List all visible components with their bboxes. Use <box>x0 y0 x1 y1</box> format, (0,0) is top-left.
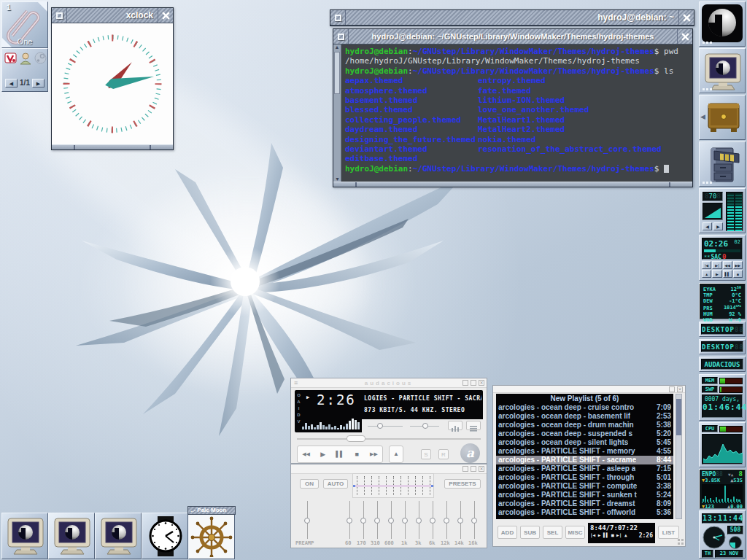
playlist-row[interactable]: arcologies - ocean deep - cruise contro7… <box>496 403 673 412</box>
scrollbar-thumb[interactable] <box>334 52 340 94</box>
close-button[interactable]: ✕ <box>479 466 484 472</box>
shade-button[interactable] <box>471 466 476 472</box>
eq-band-slider[interactable] <box>363 501 364 539</box>
scrollbar-thumb[interactable] <box>676 399 681 435</box>
eq-on-button[interactable]: ON <box>300 479 319 489</box>
player-time[interactable]: 2:26 <box>317 392 356 408</box>
tray-icon-user[interactable] <box>19 52 32 65</box>
balance-slider[interactable] <box>410 426 439 427</box>
mixer-volume-ramp[interactable] <box>703 203 723 220</box>
miniwindow-terminal-1[interactable] <box>1 513 48 559</box>
dock-tile-mixer[interactable]: 8708 ◀ ▶ <box>699 188 746 233</box>
eq-band-slider[interactable] <box>433 501 433 539</box>
player-titlebar[interactable]: ≡ audacious ✕ <box>291 378 487 388</box>
playlist-row[interactable]: arcologies - PARTICLE SHIFT - memory4:55 <box>496 447 673 456</box>
mixer-next-button[interactable]: ▶ <box>713 222 723 230</box>
playlist-row[interactable]: arcologies - PARTICLE SHIFT - offworld5:… <box>496 508 673 517</box>
miniwindow-palemoon[interactable]: ..- Pale Moon <box>188 513 235 559</box>
eq-band-slider[interactable] <box>446 501 447 539</box>
cd-track-next-button[interactable]: ▶| <box>712 261 721 269</box>
clip-next-arrow[interactable] <box>38 2 47 12</box>
cd-track-prev-button[interactable]: |◀ <box>702 261 711 269</box>
playlist-row[interactable]: arcologies - ocean deep - suspended s5:2… <box>496 429 673 438</box>
dock-tile-wmaker[interactable] <box>699 1 746 47</box>
playlist-misc-button[interactable]: MISC <box>565 526 585 539</box>
xclock-titlebar[interactable]: xclock <box>52 8 173 23</box>
miniaturize-button[interactable] <box>52 8 67 23</box>
playlist-row[interactable]: arcologies - PARTICLE SHIFT - asleep a7:… <box>496 464 673 473</box>
dock-tile-terminal[interactable] <box>699 48 746 93</box>
eq-band-slider[interactable] <box>405 501 406 539</box>
eq-band-slider[interactable] <box>474 501 475 539</box>
close-button[interactable]: ✕ <box>677 386 683 392</box>
eq-band-slider[interactable] <box>391 501 392 539</box>
dock-tile-desktop2[interactable]: DESKTOP88 <box>699 339 746 354</box>
cd-play-button[interactable]: ▶ <box>712 270 721 278</box>
playlist-toggle-button[interactable] <box>466 421 481 430</box>
volume-slider[interactable] <box>368 426 403 427</box>
eq-preamp-slider[interactable] <box>307 501 308 539</box>
playlist-titlebar[interactable]: ✕ <box>493 386 685 393</box>
playlist-row-selected[interactable]: arcologies - PARTICLE SHIFT - sacrame8:4… <box>496 456 673 464</box>
mixer-prev-button[interactable]: ◀ <box>703 222 712 230</box>
playlist-scrollbar[interactable] <box>676 394 682 519</box>
playlist-sel-button[interactable]: SEL <box>543 526 562 539</box>
terminal-output[interactable]: ▲ ▼ hydroJ@debian:~/GNUstep/Library/Wind… <box>333 44 692 182</box>
cd-pause-button[interactable]: ▌▌ <box>723 270 732 278</box>
shade-button[interactable] <box>471 380 476 386</box>
playlist-row[interactable]: arcologies - ocean deep - drum machin5:3… <box>496 421 673 429</box>
equalizer-toggle-button[interactable] <box>448 421 462 430</box>
dock-tile-cpu[interactable]: CPU <box>699 422 746 467</box>
pause-button[interactable]: ▌▌ <box>331 446 348 462</box>
dock-tile-filemanager[interactable] <box>699 141 746 187</box>
cd-eject-button[interactable]: ▲ <box>702 270 711 278</box>
xclock-resizebar[interactable] <box>52 144 173 149</box>
eq-band-slider[interactable] <box>349 501 350 539</box>
tray-icon-steam[interactable] <box>34 52 47 64</box>
playlist-row[interactable]: arcologies - PARTICLE SHIFT - compute3:3… <box>496 482 673 491</box>
track-title[interactable]: LOGIES - PARTICLE SHIFT - SACRA <box>364 395 481 402</box>
eq-auto-button[interactable]: AUTO <box>323 479 348 489</box>
terminal-titlebar[interactable]: hydroJ@debian: ~/GNUstep/Library/WindowM… <box>333 29 692 44</box>
repeat-button[interactable]: R <box>438 449 449 459</box>
dock-tile-drawer[interactable]: ◀ <box>699 95 746 140</box>
scroll-up-icon[interactable]: ▲ <box>335 44 340 50</box>
seek-bar[interactable] <box>297 435 481 443</box>
miniwindow-xclock[interactable] <box>142 513 188 559</box>
shuffle-button[interactable]: S <box>421 449 431 459</box>
playlist-row[interactable]: arcologies - ocean deep - basement lif2:… <box>496 412 673 421</box>
miniwindow-terminal-3[interactable] <box>95 513 142 559</box>
terminal-resizebar[interactable] <box>333 182 692 187</box>
workspace-clip[interactable]: 1 One <box>1 1 48 48</box>
eq-band-slider[interactable] <box>419 501 419 539</box>
dock-tile-desktop1[interactable]: DESKTOP88 <box>699 322 746 337</box>
spectrum-analyzer[interactable] <box>302 416 360 429</box>
playlist-row[interactable]: arcologies - ocean deep - silent lights5… <box>496 438 673 447</box>
tray-icon-red-logo[interactable] <box>4 52 17 64</box>
miniwindow-terminal-2[interactable] <box>48 513 95 559</box>
cd-rewind-button[interactable]: ◀◀ <box>723 261 732 269</box>
playlist-row[interactable]: arcologies - PARTICLE SHIFT - sunken t5:… <box>496 491 673 499</box>
shade-button[interactable] <box>669 386 675 392</box>
dock-tile-clock[interactable]: 13:11:44 508 TH 23 NOV <box>699 510 746 559</box>
next-button[interactable]: ▶▶ <box>365 446 382 462</box>
playlist-list[interactable]: New Playlist (5 of 6) arcologies - ocean… <box>496 394 673 519</box>
stop-button[interactable]: ■ <box>349 446 365 462</box>
dock-tile-weather[interactable]: EYKA1250 TMP0°C DEW-1°C PRS1014hPa HUM92… <box>699 283 746 319</box>
scroll-down-icon[interactable]: ▼ <box>335 176 340 182</box>
dock-tile-sysmon[interactable]: MEM SWP 0007 days, 01:46:44 <box>699 374 746 421</box>
drawer-collapse-icon[interactable]: ◀ <box>700 113 705 120</box>
miniaturize-button[interactable] <box>333 29 349 44</box>
playlist-list-button[interactable]: LIST <box>658 526 679 539</box>
miniaturize-button[interactable] <box>330 10 346 25</box>
minimize-button[interactable] <box>462 466 468 472</box>
resize-grip[interactable] <box>681 542 684 545</box>
play-button[interactable]: ▶ <box>314 446 331 462</box>
cd-forward-button[interactable]: ▶▶ <box>733 261 743 269</box>
playlist-row[interactable]: arcologies - PARTICLE SHIFT - dreamst8:0… <box>496 499 673 508</box>
pager-next-button[interactable]: ▶ <box>32 79 44 88</box>
terminal-scrollbar[interactable]: ▲ ▼ <box>333 44 341 182</box>
mini-transport-icons[interactable]: |◀ ▶ ▌▌ ■ ▶| ▲ <box>590 532 627 539</box>
dock-tile-cdplayer[interactable]: 02:2602 **SAC0 |◀ ▶| ◀◀ ▶▶ ▲ ▶ ▌▌ ■ <box>699 235 746 281</box>
cd-stop-button[interactable]: ■ <box>733 270 743 278</box>
